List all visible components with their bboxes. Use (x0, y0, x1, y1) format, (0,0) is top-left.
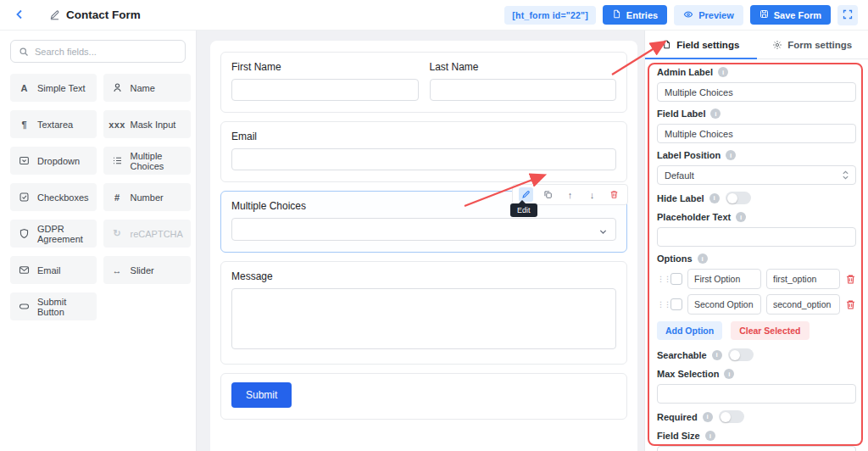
email-field-row[interactable]: Email (220, 121, 627, 182)
hide-label-label: Hide Label (657, 193, 704, 203)
move-down-icon[interactable]: ↓ (585, 187, 599, 202)
list-icon (111, 155, 124, 166)
edit-title-icon[interactable] (49, 9, 60, 20)
field-type-submit-button[interactable]: Submit Button (10, 292, 97, 320)
option-label-input[interactable] (687, 269, 761, 289)
checkbox-icon (18, 192, 31, 203)
first-name-label: First Name (231, 61, 419, 73)
field-type-textarea[interactable]: ¶ Textarea (10, 110, 97, 138)
admin-label-input[interactable] (657, 82, 856, 102)
submit-button[interactable]: Submit (231, 382, 292, 408)
preview-button[interactable]: Preview (674, 5, 743, 25)
settings-tabs: Field settings Form settings (645, 31, 868, 59)
max-selection-input[interactable] (657, 384, 856, 404)
entries-button[interactable]: Entries (603, 5, 667, 25)
select-arrows-icon (842, 170, 849, 182)
field-label-input[interactable] (657, 124, 856, 143)
email-input[interactable] (231, 148, 616, 170)
document-icon (662, 40, 671, 49)
fields-sidebar: A Simple Text Name ¶ Textarea xxx Mask I… (0, 31, 197, 451)
field-type-multiple-choices[interactable]: Multiple Choices (103, 147, 191, 175)
save-form-button[interactable]: Save Form (750, 5, 831, 25)
document-icon (612, 9, 621, 20)
refresh-icon: ↻ (111, 228, 124, 239)
back-button[interactable] (10, 6, 29, 25)
duplicate-icon[interactable] (541, 187, 555, 202)
info-icon: i (705, 431, 715, 441)
move-up-icon[interactable]: ↑ (563, 187, 577, 202)
pilcrow-icon: ¶ (18, 120, 31, 130)
delete-option-icon[interactable] (845, 274, 856, 285)
email-label: Email (231, 131, 616, 142)
info-icon: i (718, 67, 728, 77)
field-type-recaptcha: ↻ reCAPTCHA (103, 220, 191, 248)
field-size-label: Field Size (657, 431, 700, 441)
drag-handle-icon[interactable]: ⋮⋮ (657, 276, 665, 283)
placeholder-text-input[interactable] (657, 227, 856, 247)
max-selection-label: Max Selection (657, 369, 719, 379)
field-type-checkboxes[interactable]: Checkboxes (10, 183, 97, 211)
clear-selected-button[interactable]: Clear Selected (731, 321, 809, 340)
drag-handle-icon[interactable]: ⋮⋮ (657, 301, 665, 309)
eye-icon (683, 9, 693, 21)
admin-label-label: Admin Label (657, 67, 713, 77)
info-icon: i (710, 109, 721, 119)
option-row: ⋮⋮ (657, 294, 856, 315)
required-toggle[interactable] (719, 410, 744, 423)
gear-icon (772, 40, 782, 50)
info-icon: i (703, 412, 713, 422)
fullscreen-button[interactable] (837, 5, 858, 25)
field-type-gdpr[interactable]: GDPR Agreement (10, 220, 97, 248)
field-settings-body: Admin Labeli Field Labeli Label Position… (645, 59, 868, 451)
field-type-simple-text[interactable]: A Simple Text (10, 74, 97, 102)
simple-text-icon: A (18, 83, 31, 93)
option-label-input[interactable] (687, 294, 761, 315)
option-row: ⋮⋮ (657, 269, 856, 289)
slider-icon: ↔ (111, 265, 124, 276)
field-type-grid: A Simple Text Name ¶ Textarea xxx Mask I… (10, 74, 186, 320)
message-field-row[interactable]: Message (220, 261, 627, 365)
field-type-slider[interactable]: ↔ Slider (103, 256, 191, 284)
shield-icon (18, 228, 31, 239)
form-canvas: First Name Last Name Email (210, 41, 637, 451)
searchable-toggle[interactable] (728, 348, 754, 361)
multiple-choices-field-row[interactable]: ↑ ↓ Edit Multiple Choices (220, 191, 627, 253)
name-field-row[interactable]: First Name Last Name (220, 52, 627, 113)
option-checkbox[interactable] (670, 298, 682, 310)
field-type-mask-input[interactable]: xxx Mask Input (103, 110, 191, 138)
hide-label-toggle[interactable] (726, 192, 751, 204)
option-value-input[interactable] (766, 269, 840, 289)
mask-icon: xxx (111, 120, 124, 130)
topbar: Contact Form [ht_form id="22"] Entries P… (0, 0, 868, 31)
field-type-dropdown[interactable]: Dropdown (10, 147, 97, 175)
info-icon: i (698, 253, 708, 264)
info-icon: i (709, 193, 720, 203)
form-builder-app: Contact Form [ht_form id="22"] Entries P… (0, 0, 868, 451)
button-icon (18, 301, 31, 312)
label-position-label: Label Position (657, 150, 721, 160)
search-fields-input[interactable] (35, 47, 177, 57)
fullscreen-icon (843, 8, 853, 23)
field-type-number[interactable]: # Number (103, 183, 191, 211)
submit-field-row[interactable]: Submit (220, 373, 627, 420)
info-icon: i (712, 350, 722, 360)
delete-option-icon[interactable] (845, 299, 856, 310)
tab-form-settings[interactable]: Form settings (757, 31, 868, 58)
message-textarea[interactable] (231, 288, 616, 349)
field-type-name[interactable]: Name (103, 74, 191, 102)
required-label: Required (657, 412, 698, 422)
save-icon (760, 9, 769, 20)
last-name-input[interactable] (430, 79, 617, 101)
field-size-select[interactable]: Medium (657, 446, 856, 451)
first-name-input[interactable] (231, 79, 419, 101)
delete-field-icon[interactable] (607, 187, 621, 202)
add-option-button[interactable]: Add Option (657, 321, 722, 340)
multiple-choices-select[interactable] (231, 218, 616, 241)
tab-field-settings[interactable]: Field settings (645, 31, 757, 58)
search-fields-box (10, 40, 186, 63)
message-label: Message (231, 270, 616, 282)
option-value-input[interactable] (766, 294, 840, 315)
label-position-select[interactable]: Default (657, 165, 856, 185)
option-checkbox[interactable] (670, 273, 682, 285)
field-type-email[interactable]: Email (10, 256, 97, 284)
